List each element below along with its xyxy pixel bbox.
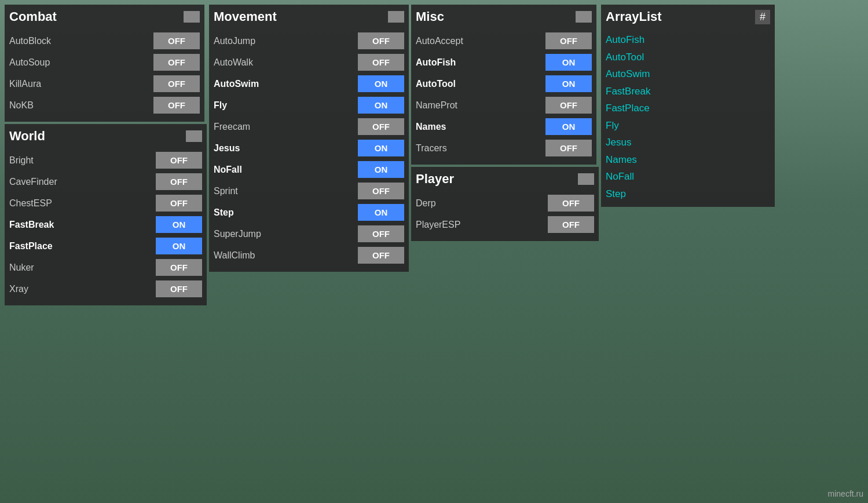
watermark-text: minecft.ru (828, 489, 863, 498)
list-item: AutoBlockOFF (9, 31, 200, 50)
arraylist-entry: AutoTool (606, 49, 770, 66)
item-label: AutoTool (416, 79, 456, 89)
misc-toggle[interactable] (576, 11, 592, 23)
list-item: CaveFinderOFF (9, 172, 202, 191)
arraylist-header: ArrayList # (606, 9, 770, 27)
world-toggle[interactable] (186, 130, 202, 142)
toggle-button[interactable]: ON (156, 238, 202, 254)
list-item: SuperJumpOFF (214, 224, 404, 243)
combat-items: AutoBlockOFFAutoSoupOFFKillAuraOFFNoKBOF… (9, 31, 200, 115)
item-label: FastPlace (9, 241, 53, 251)
item-label: NameProt (416, 100, 457, 111)
list-item: SprintOFF (214, 181, 404, 201)
player-toggle[interactable] (578, 173, 594, 185)
toggle-button[interactable]: OFF (156, 280, 202, 297)
list-item: AutoWalkOFF (214, 53, 404, 72)
toggle-button[interactable]: OFF (153, 32, 200, 49)
item-label: FastBreak (9, 220, 54, 230)
toggle-button[interactable]: OFF (153, 97, 200, 114)
mid-column: Misc AutoAcceptOFFAutoFishONAutoToolONNa… (411, 5, 599, 241)
movement-header: Movement (214, 9, 404, 27)
item-label: AutoAccept (416, 36, 463, 46)
toggle-button[interactable]: OFF (358, 183, 404, 199)
toggle-button[interactable]: OFF (156, 195, 202, 212)
toggle-button[interactable]: ON (358, 75, 404, 92)
movement-panel: Movement AutoJumpOFFAutoWalkOFFAutoSwimO… (209, 5, 409, 272)
toggle-button[interactable]: OFF (358, 32, 404, 49)
toggle-button[interactable]: OFF (153, 75, 200, 92)
combat-toggle[interactable] (184, 11, 200, 23)
toggle-button[interactable]: OFF (545, 97, 592, 114)
item-label: Sprint (214, 186, 238, 196)
toggle-button[interactable]: OFF (545, 140, 592, 156)
item-label: Xray (9, 284, 28, 294)
toggle-button[interactable]: OFF (548, 195, 594, 212)
item-label: Fly (214, 100, 227, 111)
toggle-button[interactable]: ON (156, 216, 202, 233)
item-label: Step (214, 207, 234, 218)
item-label: AutoSwim (214, 79, 259, 89)
player-header: Player (416, 172, 594, 189)
arraylist-entry: Names (606, 151, 770, 169)
list-item: AutoJumpOFF (214, 31, 404, 50)
toggle-button[interactable]: OFF (153, 54, 200, 71)
toggle-button[interactable]: OFF (358, 54, 404, 71)
toggle-button[interactable]: ON (545, 118, 592, 135)
item-label: SuperJump (214, 229, 261, 239)
item-label: AutoJump (214, 36, 255, 46)
world-header: World (9, 129, 202, 146)
item-label: Names (416, 122, 446, 132)
movement-toggle[interactable] (388, 11, 404, 23)
list-item: AutoToolON (416, 74, 592, 93)
list-item: FastPlaceON (9, 236, 202, 256)
arraylist-panel: ArrayList # AutoFishAutoToolAutoSwimFast… (601, 5, 775, 207)
list-item: AutoSoupOFF (9, 53, 200, 72)
combat-panel: Combat AutoBlockOFFAutoSoupOFFKillAuraOF… (5, 5, 204, 122)
item-label: NoFall (214, 165, 242, 175)
watermark: minecft.ru (828, 489, 863, 498)
movement-title: Movement (214, 9, 277, 24)
misc-title: Misc (416, 9, 444, 24)
world-title: World (9, 129, 45, 144)
toggle-button[interactable]: OFF (358, 118, 404, 135)
arraylist-entry: AutoSwim (606, 65, 770, 83)
toggle-button[interactable]: ON (545, 75, 592, 92)
toggle-button[interactable]: ON (545, 54, 592, 71)
item-label: Freecam (214, 122, 250, 132)
arraylist-entry: FastBreak (606, 83, 770, 100)
item-label: AutoSoup (9, 57, 50, 68)
list-item: AutoSwimON (214, 74, 404, 93)
left-column: Combat AutoBlockOFFAutoSoupOFFKillAuraOF… (5, 5, 207, 305)
item-label: AutoFish (416, 57, 456, 68)
list-item: ChestESPOFF (9, 194, 202, 213)
toggle-button[interactable]: ON (358, 140, 404, 156)
list-item: NamesON (416, 117, 592, 136)
list-item: NukerOFF (9, 258, 202, 277)
toggle-button[interactable]: ON (358, 97, 404, 114)
toggle-button[interactable]: ON (358, 161, 404, 178)
list-item: DerpOFF (416, 194, 594, 213)
item-label: WallClimb (214, 250, 255, 261)
toggle-button[interactable]: OFF (358, 225, 404, 242)
player-title: Player (416, 172, 454, 187)
movement-items: AutoJumpOFFAutoWalkOFFAutoSwimONFlyONFre… (214, 31, 404, 265)
item-label: Bright (9, 155, 34, 166)
toggle-button[interactable]: OFF (156, 152, 202, 169)
list-item: FlyON (214, 96, 404, 115)
item-label: KillAura (9, 79, 41, 89)
combat-title: Combat (9, 9, 57, 24)
toggle-button[interactable]: ON (358, 204, 404, 221)
list-item: AutoAcceptOFF (416, 31, 592, 50)
list-item: XrayOFF (9, 279, 202, 298)
arraylist-title: ArrayList (606, 9, 662, 24)
arraylist-entry: Step (606, 185, 770, 203)
list-item: NoKBOFF (9, 96, 200, 115)
item-label: Nuker (9, 263, 34, 273)
toggle-button[interactable]: OFF (358, 247, 404, 264)
item-label: ChestESP (9, 198, 52, 209)
toggle-button[interactable]: OFF (156, 259, 202, 276)
toggle-button[interactable]: OFF (156, 173, 202, 190)
arraylist-entry: Jesus (606, 134, 770, 151)
toggle-button[interactable]: OFF (545, 32, 592, 49)
toggle-button[interactable]: OFF (548, 216, 594, 233)
